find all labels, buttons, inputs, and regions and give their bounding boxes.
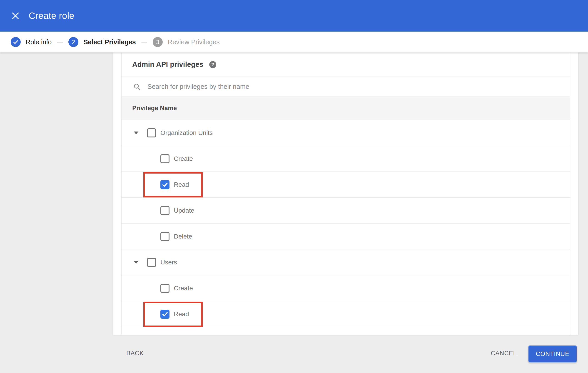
table-row: Users (122, 249, 570, 275)
highlight-box (143, 172, 203, 197)
step-label: Role info (26, 38, 52, 46)
privilege-checkbox[interactable] (160, 180, 169, 189)
continue-button[interactable]: CONTINUE (528, 345, 577, 362)
table-row: Delete (122, 224, 570, 249)
table-header: Privilege Name (122, 97, 570, 120)
privilege-label: Create (174, 285, 193, 292)
collapse-arrow-icon[interactable] (134, 131, 138, 135)
back-button[interactable]: BACK (126, 350, 144, 357)
privilege-label: Read (174, 311, 189, 318)
page-title: Create role (29, 11, 74, 21)
step-label: Review Privileges (168, 38, 220, 46)
search-bar (122, 77, 570, 97)
privilege-label: Users (160, 259, 177, 266)
table-row: Update (122, 198, 570, 224)
privilege-checkbox[interactable] (147, 258, 156, 267)
wizard-stepper: Role info 2 Select Privileges 3 Review P… (0, 31, 588, 52)
panel-title: Admin API privileges (132, 61, 203, 69)
step-connector (57, 42, 63, 42)
privilege-label: Read (174, 181, 189, 188)
privilege-checkbox[interactable] (147, 128, 156, 137)
privilege-checkbox[interactable] (160, 206, 169, 215)
table-row: Create (122, 146, 570, 172)
privilege-name-column-header: Privilege Name (132, 105, 177, 112)
step-connector (141, 42, 147, 42)
privilege-checkbox[interactable] (160, 310, 169, 319)
search-input[interactable] (147, 83, 466, 91)
privileges-panel: Admin API privileges ? Privilege Name Or… (113, 52, 578, 335)
privilege-checkbox[interactable] (160, 232, 169, 241)
privilege-label: Delete (174, 233, 192, 240)
privilege-rows: Organization Units Create Read Update (122, 120, 570, 327)
cancel-button[interactable]: CANCEL (491, 350, 517, 357)
step-number-badge: 2 (68, 37, 78, 47)
privilege-label: Organization Units (160, 129, 213, 136)
table-row (122, 327, 570, 335)
privilege-label: Create (174, 155, 193, 162)
collapse-arrow-icon[interactable] (134, 261, 138, 264)
step-review-privileges[interactable]: 3 Review Privileges (153, 37, 220, 47)
table-row: Create (122, 275, 570, 301)
step-role-info[interactable]: Role info (11, 37, 52, 47)
help-icon[interactable]: ? (209, 61, 216, 68)
table-row: Organization Units (122, 120, 570, 146)
highlight-box (143, 302, 203, 327)
privilege-label: Update (174, 207, 194, 214)
table-row: Read (122, 301, 570, 327)
check-icon (11, 37, 21, 47)
privilege-checkbox[interactable] (160, 284, 169, 293)
search-icon (133, 83, 141, 91)
panel-heading: Admin API privileges ? (122, 52, 570, 77)
app-header: Create role (0, 0, 588, 31)
step-select-privileges[interactable]: 2 Select Privileges (68, 37, 136, 47)
privilege-checkbox[interactable] (160, 154, 169, 163)
step-label: Select Privileges (83, 38, 136, 46)
privileges-table: Admin API privileges ? Privilege Name Or… (121, 52, 570, 335)
table-row: Read (122, 172, 570, 198)
step-number-badge: 3 (153, 37, 163, 47)
close-icon[interactable] (9, 9, 22, 23)
